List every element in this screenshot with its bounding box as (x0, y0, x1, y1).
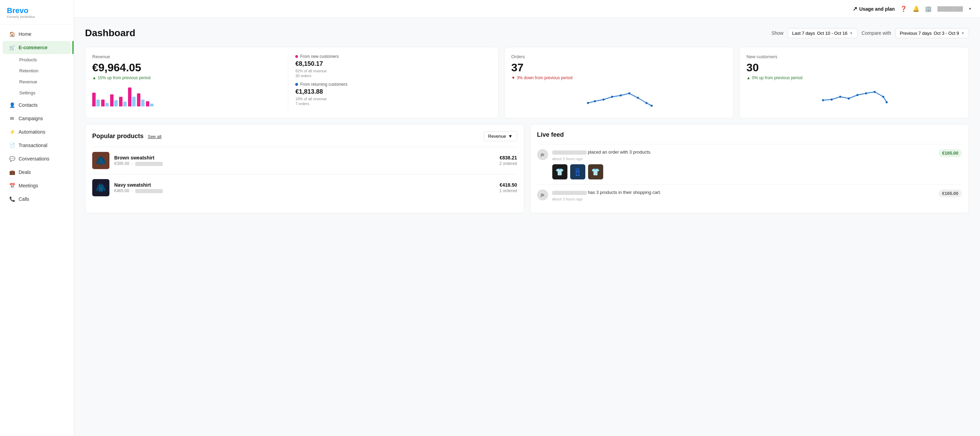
feed-product-img-3: 👕 (588, 164, 603, 179)
sub-label: Retention (19, 68, 38, 73)
svg-point-1 (594, 100, 596, 102)
orders-chart-svg (511, 86, 727, 110)
logo-text: Brevo (7, 6, 67, 15)
products-title-group: Popular products See all (92, 133, 161, 140)
bar-group-2 (101, 99, 109, 106)
sidebar-item-transactional[interactable]: 📄 Transactional (3, 139, 71, 152)
svg-point-6 (637, 97, 639, 99)
revenue-card: Revenue €9,964.05 ▲ 15% up from previous… (85, 47, 499, 118)
compare-period-selector[interactable]: Previous 7 days Oct 3 - Oct 9 ▼ (895, 28, 969, 38)
sidebar-item-conversations[interactable]: 💬 Conversations (3, 152, 71, 165)
new-customers-trend: ▲ 0% up from previous period (746, 75, 962, 80)
orders-trend-text: 3% down from previous period (517, 75, 573, 80)
product-stats-1: €838.21 2 ordered (499, 155, 517, 166)
chevron-down-icon[interactable]: ▼ (968, 7, 972, 11)
sidebar-item-deals[interactable]: 💼 Deals (3, 166, 71, 179)
company-icon[interactable]: 🏢 (925, 5, 932, 12)
revenue-trend: ▲ 15% up from previous period (92, 75, 288, 80)
period-selector[interactable]: Last 7 days Oct 10 - Oct 16 ▼ (788, 28, 858, 38)
product-price-1: €395.00 · (114, 161, 495, 166)
product-item-2: 🧥 Navy sweatshirt €465.00 · €418.50 1 or… (92, 174, 517, 201)
bell-icon[interactable]: 🔔 (913, 5, 920, 12)
bar-pink-1 (92, 93, 95, 106)
revenue-left: Revenue €9,964.05 ▲ 15% up from previous… (92, 54, 288, 111)
svg-point-8 (651, 105, 653, 107)
product-price-2: €465.00 · (114, 188, 495, 193)
revenue-right: From new customers €8,150.17 82% of all … (288, 54, 491, 111)
revenue-label: Revenue (92, 54, 288, 59)
sidebar-sub-products[interactable]: Products (3, 54, 71, 65)
product-info-1: Brown sweatshirt €395.00 · (114, 155, 495, 166)
from-new-value: €8,150.17 (295, 60, 491, 67)
from-returning-label: From returning customers (295, 82, 491, 87)
live-feed-card: Live feed jh placed an order with 3 prod… (530, 124, 969, 213)
sort-label: Revenue (488, 134, 506, 139)
bar-group-7 (146, 101, 153, 106)
sidebar-item-automations[interactable]: ⚡ Automations (3, 125, 71, 139)
feed-text-2: has 3 products in their shopping cart. (552, 189, 935, 196)
revenue-trend-text: 15% up from previous period (98, 75, 150, 80)
cards-row: Revenue €9,964.05 ▲ 15% up from previous… (85, 47, 969, 118)
sidebar-item-ecommerce[interactable]: 🛒 E-commerce (3, 41, 71, 54)
live-feed-header: Live feed (537, 131, 962, 139)
revenue-bar-chart (92, 86, 288, 106)
bar-pink-3 (110, 94, 113, 106)
svg-point-12 (848, 97, 850, 99)
page-title: Dashboard (85, 27, 135, 38)
feed-username-2 (552, 191, 587, 195)
sidebar-sub-settings[interactable]: Settings (3, 88, 71, 98)
sidebar-item-campaigns[interactable]: ✉ Campaigns (3, 112, 71, 125)
svg-point-7 (646, 102, 648, 104)
sidebar-sub-revenue[interactable]: Revenue (3, 77, 71, 87)
feed-item-2: jh has 3 products in their shopping cart… (537, 184, 962, 206)
product-image-2: 🧥 (92, 179, 110, 196)
sidebar-item-label: Automations (19, 129, 45, 135)
sidebar-item-label: E-commerce (19, 45, 48, 50)
customers-chart-svg (746, 86, 962, 110)
product-blurred-info-1 (135, 162, 163, 166)
meetings-icon: 📅 (9, 182, 15, 189)
bar-pink-6 (137, 93, 140, 106)
help-icon[interactable]: ❓ (900, 5, 907, 12)
compare-label: Compare with (862, 30, 891, 36)
from-returning-orders: 7 orders (295, 102, 491, 106)
new-customers-value: 30 (746, 61, 962, 74)
customers-line-chart (746, 86, 962, 111)
dashboard-header: Dashboard Show Last 7 days Oct 10 - Oct … (85, 27, 969, 38)
feed-avatar-2: jh (537, 189, 548, 200)
product-item-1: 🧥 Brown sweatshirt €395.00 · €838.21 2 o… (92, 147, 517, 174)
sidebar-nav: 🏠 Home 🛒 E-commerce Products Retention R… (0, 24, 74, 436)
sidebar-item-label: Transactional (19, 142, 48, 148)
svg-point-13 (856, 94, 859, 96)
svg-point-9 (822, 99, 824, 101)
sidebar-item-calls[interactable]: 📞 Calls (3, 193, 71, 206)
transactional-icon: 📄 (9, 142, 15, 149)
trend-up-icon-2: ▲ (746, 75, 751, 80)
sub-label: Revenue (19, 79, 37, 85)
sub-label: Settings (19, 90, 35, 96)
trend-down-icon: ▼ (511, 75, 515, 80)
sidebar-sub-retention[interactable]: Retention (3, 65, 71, 76)
from-returning-customers: From returning customers €1,813.88 18% o… (295, 82, 491, 106)
bar-group-4 (119, 97, 127, 106)
usage-and-plan-button[interactable]: ↗ Usage and plan (853, 5, 895, 12)
bar-pink-5 (128, 88, 132, 106)
from-new-label: From new customers (295, 54, 491, 59)
from-new-orders: 30 orders (295, 74, 491, 78)
sidebar-item-label: Conversations (19, 156, 49, 161)
sort-dropdown[interactable]: Revenue ▼ (484, 131, 517, 141)
orders-value: 37 (511, 61, 727, 74)
sidebar-item-contacts[interactable]: 👤 Contacts (3, 99, 71, 112)
feed-time-1: about 3 hours ago (552, 157, 935, 161)
sidebar-item-home[interactable]: 🏠 Home (3, 27, 71, 41)
see-all-link[interactable]: See all (148, 134, 161, 139)
product-revenue-1: €838.21 (499, 155, 517, 160)
deals-icon: 💼 (9, 169, 15, 175)
sidebar-item-label: Contacts (19, 102, 38, 108)
orders-label: Orders (511, 54, 727, 59)
product-orders-2: 1 ordered (499, 188, 517, 193)
bar-group-1 (92, 93, 100, 106)
sidebar-item-meetings[interactable]: 📅 Meetings (3, 179, 71, 192)
bar-blue-4 (123, 102, 127, 106)
sidebar-item-label: Home (19, 31, 31, 37)
